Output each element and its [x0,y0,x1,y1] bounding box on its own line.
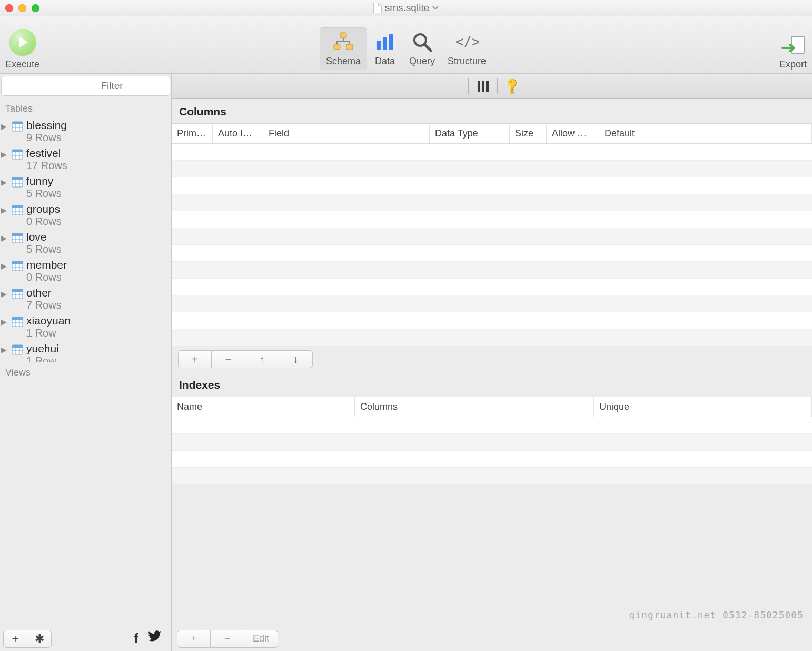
table-row-count: 9 Rows [26,132,67,144]
col-field[interactable]: Field [263,124,430,143]
table-row[interactable] [172,434,812,451]
columns-view-button[interactable] [474,78,492,94]
remove-column-button[interactable]: − [212,350,245,368]
filter-input[interactable] [1,76,170,96]
table-row[interactable] [172,177,812,194]
window-close-button[interactable] [5,4,13,12]
sidebar-footer: + ✱ f [0,626,171,651]
columns-icon [478,81,489,92]
edit-index-button[interactable]: Edit [244,630,278,648]
wrench-button[interactable]: 🔑 [503,78,521,94]
idx-col-unique[interactable]: Unique [594,397,812,417]
col-default[interactable]: Default [599,124,812,143]
sidebar-table-item[interactable]: ▶yuehui1 Row [0,341,171,362]
move-up-button[interactable]: ↑ [245,350,279,368]
tab-structure[interactable]: </> Structure [441,27,492,70]
add-table-button[interactable]: + [3,630,27,648]
minus-icon: − [225,353,232,366]
execute-label: Execute [5,59,39,70]
table-row[interactable] [172,329,812,346]
tab-query[interactable]: Query [403,27,441,70]
sidebar-table-item[interactable]: ▶blessing9 Rows [0,117,171,145]
export-button[interactable]: Export [779,36,807,70]
indexes-rows[interactable] [172,417,812,626]
table-row[interactable] [172,451,812,468]
sidebar-table-item[interactable]: ▶funny5 Rows [0,173,171,201]
table-icon [12,121,23,132]
add-column-button[interactable]: + [178,350,212,368]
table-row-count: 5 Rows [26,243,62,255]
svg-line-7 [424,44,431,51]
table-row[interactable] [172,417,812,434]
col-size[interactable]: Size [510,124,547,143]
table-row[interactable] [172,295,812,312]
sidebar-table-item[interactable]: ▶festivel17 Rows [0,145,171,173]
table-row[interactable] [172,211,812,228]
table-name: xiaoyuan [26,314,71,327]
col-allownull[interactable]: Allow Null [547,124,599,143]
col-primary[interactable]: Primary [172,124,213,143]
sidebar: Tables ▶blessing9 Rows▶festivel17 Rows▶f… [0,74,172,651]
disclosure-triangle-icon[interactable]: ▶ [1,231,8,242]
table-row[interactable] [172,194,812,211]
play-icon [9,28,36,56]
gear-icon: ✱ [35,632,44,646]
columns-rows[interactable] [172,144,812,346]
settings-button[interactable]: ✱ [27,630,52,648]
svg-rect-3 [377,41,381,50]
table-name: festivel [26,147,67,160]
table-row-count: 0 Rows [26,215,62,228]
svg-rect-17 [12,150,23,152]
data-icon [373,31,397,54]
disclosure-triangle-icon[interactable]: ▶ [1,203,8,214]
tab-schema[interactable]: Schema [320,27,367,70]
structure-icon: </> [455,31,479,54]
table-row[interactable] [172,144,812,161]
table-row[interactable] [172,468,812,485]
tab-schema-label: Schema [326,56,361,67]
table-row[interactable] [172,228,812,245]
col-autoinc[interactable]: Auto Inc... [213,124,263,143]
disclosure-triangle-icon[interactable]: ▶ [1,342,8,354]
idx-col-columns[interactable]: Columns [355,397,594,417]
move-down-button[interactable]: ↓ [279,350,313,368]
table-row[interactable] [172,245,812,262]
disclosure-triangle-icon[interactable]: ▶ [1,314,8,326]
table-row[interactable] [172,312,812,329]
sidebar-table-item[interactable]: ▶member0 Rows [0,257,171,285]
facebook-icon[interactable]: f [134,630,138,647]
table-row[interactable] [172,279,812,295]
plus-icon: + [191,633,197,644]
table-row[interactable] [172,161,812,177]
idx-col-name[interactable]: Name [172,397,355,417]
tab-structure-label: Structure [448,56,486,67]
disclosure-triangle-icon[interactable]: ▶ [1,175,8,186]
schema-icon [332,31,355,54]
add-index-button[interactable]: + [177,630,211,648]
table-row-count: 0 Rows [26,271,67,283]
sidebar-table-item[interactable]: ▶other7 Rows [0,285,171,313]
execute-button[interactable]: Execute [5,28,39,70]
table-icon [12,233,23,243]
table-icon [12,205,23,215]
window-minimize-button[interactable] [18,4,26,12]
disclosure-triangle-icon[interactable]: ▶ [1,147,8,159]
window-title[interactable]: sms.sqlite [373,2,439,14]
col-datatype[interactable]: Data Type [430,124,510,143]
table-name: funny [26,175,62,188]
svg-rect-2 [346,44,353,50]
disclosure-triangle-icon[interactable]: ▶ [1,119,8,131]
tables-list: ▶blessing9 Rows▶festivel17 Rows▶funny5 R… [0,117,171,362]
sidebar-table-item[interactable]: ▶groups0 Rows [0,201,171,229]
disclosure-triangle-icon[interactable]: ▶ [1,287,8,298]
window-filename: sms.sqlite [385,2,429,14]
tab-data[interactable]: Data [367,27,403,70]
window-zoom-button[interactable] [32,4,39,12]
twitter-icon[interactable] [148,630,162,647]
table-row[interactable] [172,262,812,279]
remove-index-button[interactable]: − [211,630,244,648]
sidebar-table-item[interactable]: ▶xiaoyuan1 Row [0,313,171,341]
views-section-label: Views [0,362,171,381]
disclosure-triangle-icon[interactable]: ▶ [1,259,8,270]
sidebar-table-item[interactable]: ▶love5 Rows [0,229,171,257]
